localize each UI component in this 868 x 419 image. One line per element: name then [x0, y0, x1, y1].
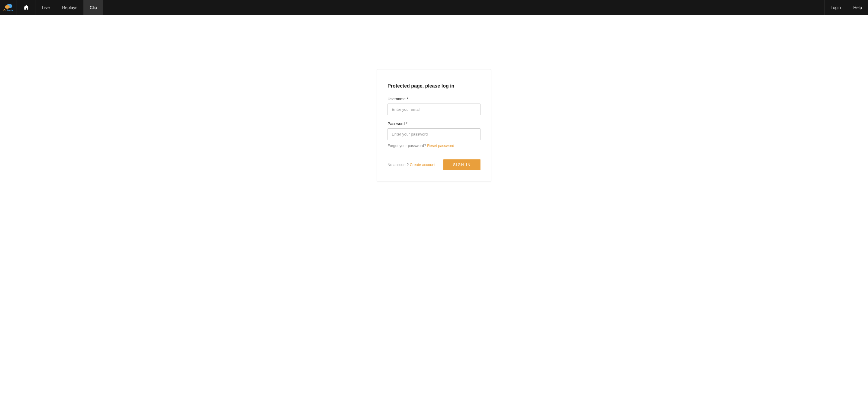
- nav-home[interactable]: [17, 0, 36, 15]
- navbar: Octank Live Replays Clip Login Help: [0, 0, 868, 15]
- nav-replays-label: Replays: [62, 5, 78, 10]
- nav-clip[interactable]: Clip: [84, 0, 103, 15]
- sign-in-button[interactable]: SIGN IN: [443, 159, 480, 170]
- brand-logo[interactable]: Octank: [0, 0, 17, 15]
- brand-text: Octank: [3, 9, 13, 12]
- nav-live[interactable]: Live: [36, 0, 56, 15]
- forgot-password-text: Forgot your password?: [388, 144, 427, 148]
- login-footer: No account? Create account SIGN IN: [388, 159, 480, 170]
- nav-help-label: Help: [853, 5, 862, 10]
- reset-password-link[interactable]: Reset password: [427, 144, 454, 148]
- home-icon: [23, 4, 30, 11]
- login-card: Protected page, please log in Username *…: [377, 69, 491, 181]
- no-account-text: No account?: [388, 163, 410, 167]
- svg-point-1: [5, 5, 10, 9]
- nav-login-label: Login: [831, 5, 841, 10]
- nav-left: Octank Live Replays Clip: [0, 0, 103, 15]
- username-input[interactable]: [388, 103, 480, 115]
- username-label: Username *: [388, 97, 480, 101]
- password-label: Password *: [388, 121, 480, 126]
- nav-clip-label: Clip: [90, 5, 97, 10]
- brand-text-tank: tank: [7, 9, 13, 12]
- nav-help[interactable]: Help: [847, 0, 868, 15]
- nav-live-label: Live: [42, 5, 50, 10]
- brand-text-oc: Oc: [3, 9, 7, 12]
- create-account-link[interactable]: Create account: [410, 163, 435, 167]
- nav-spacer: [103, 0, 824, 15]
- no-account-hint: No account? Create account: [388, 163, 435, 167]
- nav-login[interactable]: Login: [824, 0, 847, 15]
- nav-replays[interactable]: Replays: [56, 0, 84, 15]
- page: Protected page, please log in Username *…: [0, 15, 868, 181]
- login-title: Protected page, please log in: [388, 83, 480, 89]
- nav-right: Login Help: [824, 0, 868, 15]
- password-input[interactable]: [388, 128, 480, 140]
- forgot-password-hint: Forgot your password? Reset password: [388, 144, 480, 148]
